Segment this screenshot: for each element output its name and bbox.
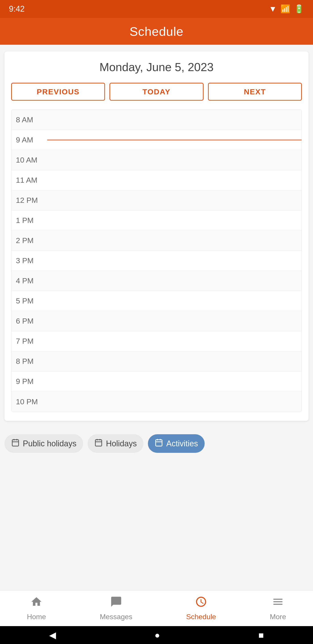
time-slot-3pm: 3 PM [11, 251, 302, 271]
nav-item-schedule[interactable]: Schedule [179, 594, 223, 623]
previous-button[interactable]: PREVIOUS [11, 83, 105, 100]
time-label-2pm: 2 PM [16, 236, 49, 245]
svg-rect-4 [95, 440, 102, 446]
time-label-6pm: 6 PM [16, 317, 49, 325]
android-back-button[interactable]: ◀ [49, 630, 56, 640]
nav-item-messages[interactable]: Messages [93, 594, 139, 623]
next-button[interactable]: NEXT [208, 83, 302, 100]
nav-label-schedule: Schedule [186, 613, 216, 621]
time-slot-9am: 9 AM [11, 130, 302, 150]
time-label-9pm: 9 PM [16, 377, 49, 386]
time-label-11am: 11 AM [16, 176, 49, 184]
android-recent-button[interactable]: ■ [259, 630, 264, 640]
home-icon [30, 596, 42, 610]
date-heading: Monday, June 5, 2023 [11, 60, 302, 74]
calendar-icon-holidays [94, 438, 103, 449]
nav-buttons: PREVIOUS TODAY NEXT [11, 83, 302, 100]
status-icons: ▼ 📶 🔋 [269, 4, 304, 14]
nav-label-home: Home [27, 613, 46, 621]
status-time: 9:42 [9, 4, 24, 14]
svg-rect-0 [12, 440, 19, 446]
messages-icon [110, 596, 122, 610]
android-nav-bar: ◀ ● ■ [0, 626, 313, 644]
time-label-9am: 9 AM [16, 136, 49, 144]
time-slot-5pm: 5 PM [11, 291, 302, 311]
time-slot-2pm: 2 PM [11, 230, 302, 251]
calendar-icon-public-holidays [11, 438, 20, 449]
time-slot-9pm: 9 PM [11, 372, 302, 392]
time-slot-10am: 10 AM [11, 150, 302, 170]
filter-chip-holidays[interactable]: Holidays [88, 434, 143, 453]
page-title: Schedule [130, 24, 184, 39]
current-time-line [47, 140, 302, 140]
filter-label-holidays: Holidays [106, 439, 137, 448]
time-slot-7pm: 7 PM [11, 331, 302, 351]
nav-label-more: More [270, 613, 286, 621]
time-slot-12pm: 12 PM [11, 190, 302, 210]
bottom-spacer [0, 460, 313, 513]
time-label-1pm: 1 PM [16, 216, 49, 225]
time-slot-6pm: 6 PM [11, 311, 302, 331]
filter-section: Public holidays Holidays [0, 428, 313, 460]
time-slot-1pm: 1 PM [11, 210, 302, 230]
svg-rect-8 [156, 440, 162, 446]
time-label-10am: 10 AM [16, 156, 49, 164]
time-label-12pm: 12 PM [16, 196, 49, 204]
signal-icon: 📶 [280, 4, 291, 14]
time-label-5pm: 5 PM [16, 296, 49, 305]
wifi-icon: ▼ [269, 4, 277, 14]
time-label-7pm: 7 PM [16, 337, 49, 346]
android-home-button[interactable]: ● [155, 630, 160, 640]
time-label-10pm: 10 PM [16, 397, 49, 406]
calendar-icon-activities [155, 438, 163, 449]
filter-label-public-holidays: Public holidays [23, 439, 76, 448]
nav-label-messages: Messages [100, 613, 132, 621]
time-slot-4pm: 4 PM [11, 271, 302, 291]
status-bar: 9:42 ▼ 📶 🔋 [0, 0, 313, 18]
schedule-icon [195, 596, 207, 610]
time-slot-8pm: 8 PM [11, 351, 302, 372]
more-icon [272, 596, 284, 610]
time-label-8am: 8 AM [16, 116, 49, 124]
filter-chip-activities[interactable]: Activities [148, 434, 205, 453]
time-list: 8 AM 9 AM 10 AM 11 AM 12 PM 1 PM [11, 110, 302, 412]
time-slot-11am: 11 AM [11, 170, 302, 190]
page-wrapper: 9:42 ▼ 📶 🔋 Schedule Monday, June 5, 2023… [0, 0, 313, 644]
filter-chip-public-holidays[interactable]: Public holidays [4, 434, 83, 453]
battery-icon: 🔋 [294, 4, 304, 14]
nav-item-more[interactable]: More [263, 594, 293, 623]
time-label-4pm: 4 PM [16, 276, 49, 285]
bottom-navigation: Home Messages Schedule More [0, 590, 313, 626]
time-label-8pm: 8 PM [16, 357, 49, 366]
time-slot-10pm: 10 PM [11, 392, 302, 412]
today-button[interactable]: TODAY [109, 83, 203, 100]
time-label-3pm: 3 PM [16, 256, 49, 265]
calendar-section: Monday, June 5, 2023 PREVIOUS TODAY NEXT… [4, 52, 309, 421]
app-header: Schedule [0, 18, 313, 45]
time-slot-8am: 8 AM [11, 110, 302, 130]
filter-label-activities: Activities [166, 439, 198, 448]
nav-item-home[interactable]: Home [20, 594, 52, 623]
